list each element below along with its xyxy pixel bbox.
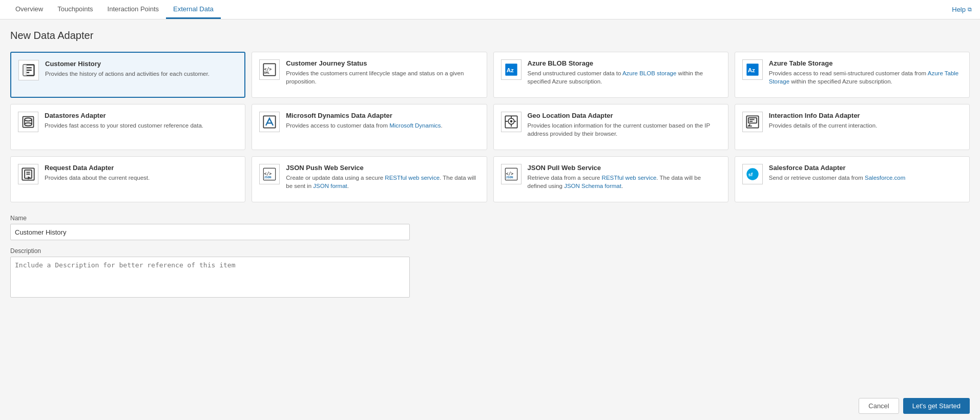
adapter-info-salesforce: Salesforce Data AdapterSend or retrieve … [769, 164, 962, 182]
adapter-info-customer-history: Customer HistoryProvides the history of … [45, 60, 237, 78]
adapter-desc-json-pull: Retrieve data from a secure RESTful web … [528, 174, 721, 190]
adapter-card-interaction-info[interactable]: Interaction Info Data AdapterProvides de… [735, 104, 970, 150]
adapter-card-salesforce[interactable]: sf Salesforce Data AdapterSend or retrie… [735, 156, 970, 202]
svg-text:Az: Az [506, 67, 513, 73]
nav-tab-interaction-points[interactable]: Interaction Points [100, 0, 166, 19]
adapter-card-azure-table-storage[interactable]: Az Azure Table StorageProvides access to… [735, 52, 970, 98]
adapter-desc-customer-history: Provides the history of actions and acti… [45, 70, 237, 78]
footer-buttons: Cancel Let's get Started [848, 392, 980, 420]
adapter-info-datastores-adapter: Datastores AdapterProvides fast access t… [45, 112, 238, 130]
adapter-name-datastores-adapter: Datastores Adapter [45, 112, 238, 119]
adapter-icon-json-push: </> JSON [259, 164, 280, 184]
adapter-desc-geo-location: Provides location information for the cu… [528, 121, 721, 138]
adapter-info-request-data: Request Data AdapterProvides data about … [45, 164, 238, 182]
svg-rect-28 [748, 118, 757, 123]
adapter-card-geo-location[interactable]: Geo Location Data AdapterProvides locati… [493, 104, 728, 150]
adapter-desc-request-data: Provides data about the current request. [45, 174, 238, 182]
adapter-name-geo-location: Geo Location Data Adapter [528, 112, 721, 119]
adapter-icon-salesforce: sf [742, 164, 763, 184]
adapter-card-azure-blob-storage[interactable]: Az Azure BLOB StorageSend unstructured c… [493, 52, 728, 98]
adapter-desc-salesforce: Send or retrieve customer data from Sale… [769, 174, 962, 182]
nav-tab-external-data[interactable]: External Data [166, 0, 221, 19]
adapter-name-microsoft-dynamics: Microsoft Dynamics Data Adapter [286, 112, 479, 119]
adapter-card-json-pull[interactable]: </> JSON JSON Pull Web ServiceRetrieve d… [493, 156, 728, 202]
adapter-info-azure-blob-storage: Azure BLOB StorageSend unstructured cust… [528, 59, 721, 86]
svg-text:JSON: JSON [264, 176, 272, 179]
adapter-icon-microsoft-dynamics [259, 112, 280, 132]
adapter-icon-azure-table-storage: Az [742, 59, 763, 80]
adapter-name-azure-blob-storage: Azure BLOB Storage [528, 59, 721, 67]
adapter-desc-json-push: Create or update data using a secure RES… [286, 174, 479, 190]
adapter-name-salesforce: Salesforce Data Adapter [769, 164, 962, 172]
adapter-name-customer-journey-status: Customer Journey Status [286, 59, 479, 67]
svg-text:JSON: JSON [506, 176, 513, 179]
adapter-info-geo-location: Geo Location Data AdapterProvides locati… [528, 112, 721, 138]
adapter-icon-customer-history [18, 60, 39, 80]
adapter-info-json-pull: JSON Pull Web ServiceRetrieve data from … [528, 164, 721, 190]
adapter-icon-customer-journey-status: </> XML [259, 59, 280, 80]
nav-tab-touchpoints[interactable]: Touchpoints [50, 0, 100, 19]
adapter-info-json-push: JSON Push Web ServiceCreate or update da… [286, 164, 479, 190]
description-textarea[interactable] [10, 257, 410, 298]
adapter-info-azure-table-storage: Azure Table StorageProvides access to re… [769, 59, 962, 86]
description-field: Description [10, 247, 970, 299]
adapter-desc-datastores-adapter: Provides fast access to your stored cust… [45, 121, 238, 130]
adapter-icon-azure-blob-storage: Az [501, 59, 522, 80]
name-label: Name [10, 215, 970, 222]
adapter-name-json-pull: JSON Pull Web Service [528, 164, 721, 172]
svg-point-17 [25, 123, 32, 126]
svg-text:sf: sf [748, 172, 753, 177]
adapter-card-microsoft-dynamics[interactable]: Microsoft Dynamics Data AdapterProvides … [252, 104, 487, 150]
nav-tabs: OverviewTouchpointsInteraction PointsExt… [8, 0, 221, 19]
adapter-desc-azure-table-storage: Provides access to read semi-structured … [769, 69, 962, 86]
lets-get-started-button[interactable]: Let's get Started [903, 398, 970, 414]
svg-point-22 [510, 120, 512, 123]
help-icon: ⧉ [968, 6, 972, 13]
adapter-card-json-push[interactable]: </> JSON JSON Push Web ServiceCreate or … [252, 156, 487, 202]
adapter-desc-azure-blob-storage: Send unstructured customer data to Azure… [528, 69, 721, 86]
name-input[interactable] [10, 224, 410, 240]
adapter-info-microsoft-dynamics: Microsoft Dynamics Data AdapterProvides … [286, 112, 479, 130]
name-field: Name [10, 215, 970, 240]
svg-text:XML: XML [264, 71, 270, 74]
adapters-grid: Customer HistoryProvides the history of … [10, 52, 970, 202]
adapter-icon-request-data [18, 164, 38, 184]
adapter-info-interaction-info: Interaction Info Data AdapterProvides de… [769, 112, 962, 130]
adapter-card-datastores-adapter[interactable]: Datastores AdapterProvides fast access t… [10, 104, 245, 150]
adapter-icon-geo-location [501, 112, 522, 132]
page-content: New Data Adapter Customer HistoryProvide… [0, 19, 980, 420]
adapter-icon-interaction-info [742, 112, 763, 132]
adapter-card-customer-journey-status[interactable]: </> XML Customer Journey StatusProvides … [252, 52, 487, 98]
help-link[interactable]: Help ⧉ [952, 6, 972, 13]
svg-text:Az: Az [747, 67, 755, 73]
adapter-desc-microsoft-dynamics: Provides access to customer data from Mi… [286, 121, 479, 130]
cancel-button[interactable]: Cancel [859, 398, 899, 414]
adapter-name-interaction-info: Interaction Info Data Adapter [769, 112, 962, 119]
nav-bar: OverviewTouchpointsInteraction PointsExt… [0, 0, 980, 19]
adapter-card-request-data[interactable]: Request Data AdapterProvides data about … [10, 156, 245, 202]
adapter-name-customer-history: Customer History [45, 60, 237, 68]
adapter-icon-datastores-adapter [18, 112, 38, 132]
page-title: New Data Adapter [10, 30, 970, 41]
adapter-desc-interaction-info: Provides details of the current interact… [769, 121, 962, 130]
adapter-name-json-push: JSON Push Web Service [286, 164, 479, 172]
description-label: Description [10, 247, 970, 255]
form-section: Name Description [10, 215, 970, 299]
svg-rect-4 [24, 65, 27, 76]
adapter-name-request-data: Request Data Adapter [45, 164, 238, 172]
adapter-icon-json-pull: </> JSON [501, 164, 522, 184]
adapter-card-customer-history[interactable]: Customer HistoryProvides the history of … [10, 52, 245, 98]
adapter-info-customer-journey-status: Customer Journey StatusProvides the cust… [286, 59, 479, 86]
adapter-desc-customer-journey-status: Provides the customers current lifecycle… [286, 69, 479, 86]
nav-tab-overview[interactable]: Overview [8, 0, 50, 19]
adapter-name-azure-table-storage: Azure Table Storage [769, 59, 962, 67]
svg-point-14 [25, 118, 32, 121]
